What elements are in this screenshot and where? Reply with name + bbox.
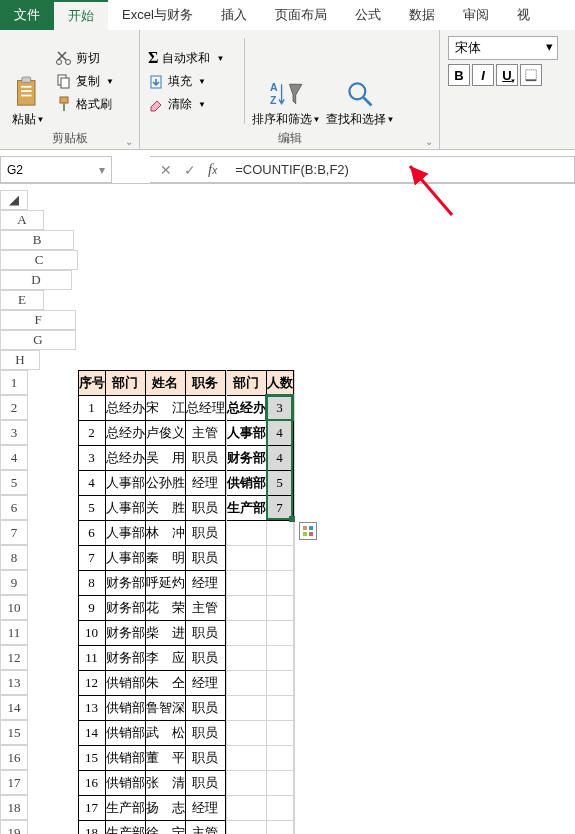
cell-name[interactable]: 林 冲 bbox=[145, 520, 185, 545]
cell-dept[interactable]: 生产部 bbox=[105, 820, 145, 834]
cell-blank[interactable] bbox=[266, 695, 293, 720]
cell-dept[interactable]: 财务部 bbox=[105, 570, 145, 595]
cut-button[interactable]: 剪切 bbox=[54, 49, 116, 68]
tab-home[interactable]: 开始 bbox=[54, 0, 108, 30]
cell-dept[interactable]: 总经办 bbox=[105, 420, 145, 445]
bold-button[interactable]: B bbox=[448, 64, 470, 86]
cell-blank[interactable] bbox=[293, 595, 294, 620]
cell-blank[interactable] bbox=[226, 670, 266, 695]
cell-dept[interactable]: 供销部 bbox=[105, 695, 145, 720]
cell-blank[interactable] bbox=[226, 570, 266, 595]
cell-role[interactable]: 经理 bbox=[185, 470, 225, 495]
cell-name[interactable]: 花 荣 bbox=[145, 595, 185, 620]
cell-blank[interactable] bbox=[293, 470, 294, 495]
col-header-A[interactable]: A bbox=[0, 210, 44, 230]
cell-blank[interactable] bbox=[293, 645, 294, 670]
summary-count[interactable]: 4 bbox=[266, 420, 293, 445]
cell-name[interactable]: 徐 宁 bbox=[145, 820, 185, 834]
cell-blank[interactable] bbox=[266, 670, 293, 695]
cell-seq[interactable]: 17 bbox=[78, 795, 105, 820]
cell-dept[interactable]: 生产部 bbox=[105, 795, 145, 820]
font-name-select[interactable]: 宋体 bbox=[448, 36, 558, 60]
cell-seq[interactable]: 7 bbox=[78, 545, 105, 570]
cell-blank[interactable] bbox=[293, 720, 294, 745]
cell-dept[interactable]: 总经办 bbox=[105, 445, 145, 470]
tab-data[interactable]: 数据 bbox=[395, 0, 449, 30]
cell-blank[interactable] bbox=[293, 820, 294, 834]
row-header-3[interactable]: 3 bbox=[0, 420, 28, 445]
row-header-10[interactable]: 10 bbox=[0, 595, 28, 620]
row-header-17[interactable]: 17 bbox=[0, 770, 28, 795]
cell-role[interactable]: 经理 bbox=[185, 570, 225, 595]
row-header-16[interactable]: 16 bbox=[0, 745, 28, 770]
cell-seq[interactable]: 13 bbox=[78, 695, 105, 720]
cell-name[interactable]: 张 清 bbox=[145, 770, 185, 795]
row-header-4[interactable]: 4 bbox=[0, 445, 28, 470]
cell-seq[interactable]: 18 bbox=[78, 820, 105, 834]
cell-role[interactable]: 职员 bbox=[185, 620, 225, 645]
underline-button[interactable]: U▼ bbox=[496, 64, 518, 86]
tab-file[interactable]: 文件 bbox=[0, 0, 54, 30]
cell-seq[interactable]: 6 bbox=[78, 520, 105, 545]
tab-insert[interactable]: 插入 bbox=[207, 0, 261, 30]
summary-count[interactable]: 4 bbox=[266, 445, 293, 470]
italic-button[interactable]: I bbox=[472, 64, 494, 86]
cell-blank[interactable] bbox=[293, 620, 294, 645]
cell-seq[interactable]: 12 bbox=[78, 670, 105, 695]
cell-blank[interactable] bbox=[226, 770, 266, 795]
tab-review[interactable]: 审阅 bbox=[449, 0, 503, 30]
cell-blank[interactable] bbox=[293, 395, 294, 420]
accept-formula-icon[interactable]: ✓ bbox=[184, 162, 196, 178]
cell-blank[interactable] bbox=[266, 795, 293, 820]
row-header-7[interactable]: 7 bbox=[0, 520, 28, 545]
format-painter-button[interactable]: 格式刷 bbox=[54, 95, 116, 114]
row-header-18[interactable]: 18 bbox=[0, 795, 28, 820]
row-header-6[interactable]: 6 bbox=[0, 495, 28, 520]
cell-blank[interactable] bbox=[266, 770, 293, 795]
cell-dept[interactable]: 人事部 bbox=[105, 520, 145, 545]
cell-blank[interactable] bbox=[293, 670, 294, 695]
cell-blank[interactable] bbox=[226, 820, 266, 834]
cell-blank[interactable] bbox=[226, 795, 266, 820]
cell-blank[interactable] bbox=[266, 645, 293, 670]
summary-dept[interactable]: 生产部 bbox=[226, 495, 266, 520]
fx-icon[interactable]: fx bbox=[208, 161, 217, 178]
cell-seq[interactable]: 4 bbox=[78, 470, 105, 495]
cell-role[interactable]: 主管 bbox=[185, 420, 225, 445]
summary-count[interactable]: 5 bbox=[266, 470, 293, 495]
cell-blank[interactable] bbox=[226, 545, 266, 570]
col-header-F[interactable]: F bbox=[0, 310, 76, 330]
cell-blank[interactable] bbox=[293, 695, 294, 720]
col-header-E[interactable]: E bbox=[0, 290, 44, 310]
border-button[interactable] bbox=[520, 64, 542, 86]
row-header-8[interactable]: 8 bbox=[0, 545, 28, 570]
cell-blank[interactable] bbox=[293, 370, 294, 395]
cell-role[interactable]: 主管 bbox=[185, 595, 225, 620]
cell-dept[interactable]: 人事部 bbox=[105, 470, 145, 495]
cell-blank[interactable] bbox=[293, 745, 294, 770]
cell-role[interactable]: 主管 bbox=[185, 820, 225, 834]
cell-blank[interactable] bbox=[266, 545, 293, 570]
summary-dept[interactable]: 总经办 bbox=[226, 395, 266, 420]
cell-blank[interactable] bbox=[226, 695, 266, 720]
cell-role[interactable]: 职员 bbox=[185, 520, 225, 545]
cell-seq[interactable]: 9 bbox=[78, 595, 105, 620]
cell-role[interactable]: 经理 bbox=[185, 670, 225, 695]
cell-blank[interactable] bbox=[226, 595, 266, 620]
cell-role[interactable]: 总经理 bbox=[185, 395, 225, 420]
cell-role[interactable]: 职员 bbox=[185, 545, 225, 570]
cell-name[interactable]: 李 应 bbox=[145, 645, 185, 670]
cell-name[interactable]: 呼延灼 bbox=[145, 570, 185, 595]
cell-blank[interactable] bbox=[293, 545, 294, 570]
cell-role[interactable]: 职员 bbox=[185, 695, 225, 720]
cell-seq[interactable]: 8 bbox=[78, 570, 105, 595]
row-header-14[interactable]: 14 bbox=[0, 695, 28, 720]
cell-blank[interactable] bbox=[226, 745, 266, 770]
cell-name[interactable]: 卢俊义 bbox=[145, 420, 185, 445]
row-header-1[interactable]: 1 bbox=[0, 370, 28, 395]
cell-blank[interactable] bbox=[226, 620, 266, 645]
summary-dept[interactable]: 供销部 bbox=[226, 470, 266, 495]
cell-name[interactable]: 秦 明 bbox=[145, 545, 185, 570]
row-header-13[interactable]: 13 bbox=[0, 670, 28, 695]
row-header-9[interactable]: 9 bbox=[0, 570, 28, 595]
